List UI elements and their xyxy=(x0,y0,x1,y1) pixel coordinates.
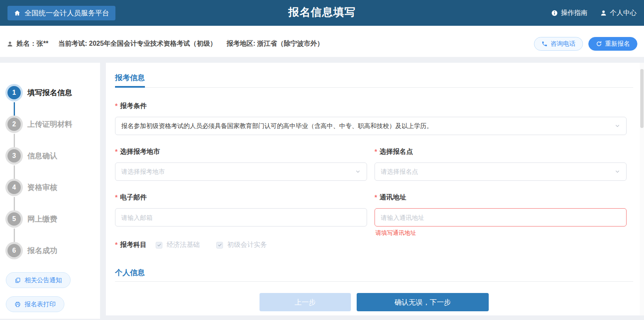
city-select[interactable]: 请选择报考地市 xyxy=(115,162,367,181)
page-title: 报名信息填写 xyxy=(289,5,356,20)
section-personal-info: 个人信息 xyxy=(115,268,633,282)
step-5-number: 5 xyxy=(7,212,21,226)
step-4-label: 资格审核 xyxy=(27,182,57,192)
step-1-fill-info: 1 填写报名信息 xyxy=(0,77,100,108)
subject-checkbox-economic-law[interactable]: 经济法基础 xyxy=(156,241,200,249)
registration-form: 报考信息 * 报考条件 报名参加初级资格考试的人员必须具备国家教育部门认可的高中… xyxy=(106,63,644,315)
section-exam-title: 报考信息 xyxy=(115,73,145,88)
form-footer: 上一步 确认无误，下一步 xyxy=(115,293,633,311)
print-form-button[interactable]: 报名表打印 xyxy=(6,296,64,312)
chevron-down-icon xyxy=(355,169,361,175)
step-1-number: 1 xyxy=(7,86,21,99)
step-2-number: 2 xyxy=(7,118,21,131)
document-icon xyxy=(15,277,21,283)
city-placeholder: 请选择报考地市 xyxy=(121,168,355,176)
step-6-label: 报名成功 xyxy=(27,246,57,256)
user-icon xyxy=(7,41,13,47)
condition-select[interactable]: 报名参加初级资格考试的人员必须具备国家教育部门认可的高中毕业（含高中、中专、职高… xyxy=(115,117,627,135)
user-name: 姓名：张** xyxy=(17,39,48,48)
site-label: * 选择报名点 xyxy=(375,148,627,156)
checkbox-checked-icon xyxy=(156,242,162,249)
section-exam-info: 报考信息 xyxy=(115,73,633,88)
refresh-icon xyxy=(596,41,602,47)
info-icon xyxy=(551,10,558,17)
site-placeholder: 请选择报名点 xyxy=(381,168,615,176)
email-input[interactable] xyxy=(115,208,367,226)
site-select[interactable]: 请选择报名点 xyxy=(375,162,627,181)
step-2-upload-materials: 2 上传证明材料 xyxy=(0,108,100,140)
email-field: * 电子邮件 xyxy=(115,181,367,226)
print-form-label: 报名表打印 xyxy=(24,300,56,308)
address-label: * 通讯地址 xyxy=(375,193,627,202)
guide-label: 操作指南 xyxy=(561,9,588,17)
prev-step-button[interactable]: 上一步 xyxy=(260,293,351,311)
user-info-bar: 姓名：张** 当前考试: 2025年全国会计专业技术资格考试（初级） 报考地区:… xyxy=(0,26,644,57)
step-3-label: 信息确认 xyxy=(27,151,57,161)
person-icon xyxy=(600,10,607,17)
personal-center-label: 个人中心 xyxy=(610,9,637,17)
notice-button-label: 相关公告通知 xyxy=(24,276,62,284)
condition-value: 报名参加初级资格考试的人员必须具备国家教育部门认可的高中毕业（含高中、中专、职高… xyxy=(121,122,615,130)
subjects-row: * 报考科目 经济法基础 初级会计实务 xyxy=(115,241,633,249)
site-field: * 选择报名点 请选择报名点 xyxy=(375,135,627,181)
top-header: 全国统一会计人员服务平台 报名信息填写 操作指南 个人中心 xyxy=(0,0,644,26)
consult-phone-button[interactable]: 咨询电话 xyxy=(534,37,583,51)
platform-name: 全国统一会计人员服务平台 xyxy=(24,8,109,18)
consult-phone-label: 咨询电话 xyxy=(551,40,575,48)
phone-icon xyxy=(541,41,548,47)
subject-checkbox-accounting-practice[interactable]: 初级会计实务 xyxy=(216,241,267,249)
step-6-number: 6 xyxy=(7,244,21,257)
condition-label: * 报考条件 xyxy=(115,102,633,111)
personal-center-link[interactable]: 个人中心 xyxy=(600,9,637,17)
page: 全国统一会计人员服务平台 报名信息填写 操作指南 个人中心 姓名：张* xyxy=(0,0,644,320)
city-field: * 选择报考地市 请选择报考地市 xyxy=(115,135,367,181)
step-3-number: 3 xyxy=(7,149,21,162)
notice-button[interactable]: 相关公告通知 xyxy=(6,272,71,288)
step-1-label: 填写报名信息 xyxy=(27,88,72,98)
address-field: * 通讯地址 请填写通讯地址 xyxy=(375,181,627,226)
chevron-down-icon xyxy=(615,169,620,175)
step-list: 1 填写报名信息 2 上传证明材料 3 信息确认 4 资格审核 5 网上缴费 xyxy=(0,77,100,266)
content-area: 1 填写报名信息 2 上传证明材料 3 信息确认 4 资格审核 5 网上缴费 xyxy=(0,63,644,319)
step-2-label: 上传证明材料 xyxy=(27,119,72,129)
scrollbar-thumb[interactable] xyxy=(640,69,644,128)
home-icon xyxy=(14,10,21,17)
step-5-online-payment: 5 网上缴费 xyxy=(0,203,100,235)
steps-sidebar: 1 填写报名信息 2 上传证明材料 3 信息确认 4 资格审核 5 网上缴费 xyxy=(0,63,100,319)
subjects-label: * 报考科目 xyxy=(115,241,147,249)
exam-region: 报考地区: 浙江省（除宁波市外） xyxy=(227,39,324,48)
restart-registration-label: 重新报名 xyxy=(605,40,630,48)
header-right-links: 操作指南 个人中心 xyxy=(551,9,637,17)
current-exam: 当前考试: 2025年全国会计专业技术资格考试（初级） xyxy=(58,39,216,48)
chevron-down-icon xyxy=(615,123,620,129)
scrollbar-track[interactable] xyxy=(640,63,644,315)
section-personal-title: 个人信息 xyxy=(115,268,145,281)
user-info: 姓名：张** 当前考试: 2025年全国会计专业技术资格考试（初级） 报考地区:… xyxy=(7,39,324,48)
step-5-label: 网上缴费 xyxy=(27,214,57,224)
step-6-success: 6 报名成功 xyxy=(0,235,100,266)
address-input[interactable] xyxy=(375,208,627,226)
step-3-confirm-info: 3 信息确认 xyxy=(0,140,100,172)
city-label: * 选择报考地市 xyxy=(115,148,367,156)
subject-label: 经济法基础 xyxy=(167,241,200,249)
printer-icon xyxy=(15,301,21,308)
confirm-next-step-button[interactable]: 确认无误，下一步 xyxy=(357,293,489,311)
checkbox-checked-icon xyxy=(216,242,223,249)
subject-label: 初级会计实务 xyxy=(227,241,267,249)
restart-registration-button[interactable]: 重新报名 xyxy=(588,37,637,51)
step-4-number: 4 xyxy=(7,181,21,194)
home-platform-button[interactable]: 全国统一会计人员服务平台 xyxy=(7,6,115,20)
address-error-message: 请填写通讯地址 xyxy=(375,229,416,237)
guide-link[interactable]: 操作指南 xyxy=(551,9,588,17)
email-label: * 电子邮件 xyxy=(115,193,367,202)
step-4-qualification-review: 4 资格审核 xyxy=(0,172,100,203)
